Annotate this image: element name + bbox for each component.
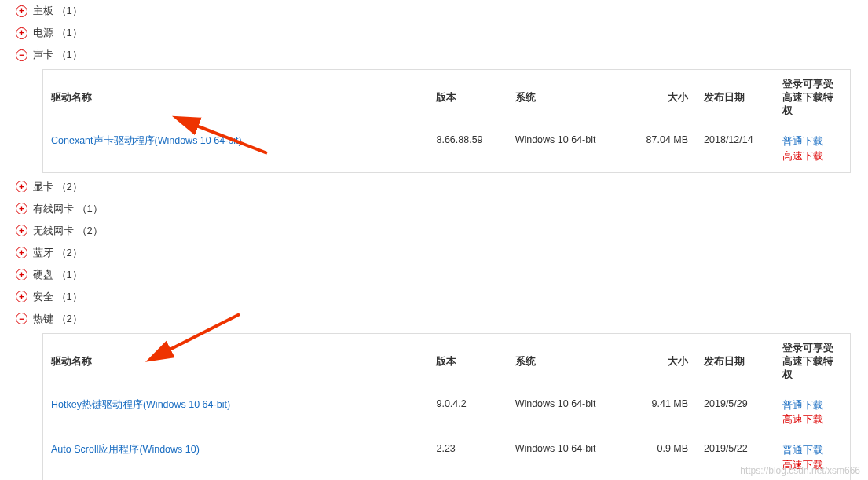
driver-size: 9.41 MB — [625, 390, 696, 435]
category-mainboard[interactable]: + 主板 （1） — [9, 0, 859, 22]
category-wifi[interactable]: + 无线网卡 （2） — [9, 220, 859, 242]
driver-version: 2.23 — [428, 435, 507, 480]
th-system: 系统 — [507, 70, 625, 126]
expand-icon[interactable]: + — [16, 27, 27, 39]
expand-icon[interactable]: + — [16, 203, 27, 214]
category-power[interactable]: + 电源 （1） — [9, 22, 859, 44]
th-size: 大小 — [625, 333, 696, 390]
driver-row: Hotkey热键驱动程序(Windows 10 64-bit) 9.0.4.2 … — [43, 390, 851, 435]
category-label: 有线网卡 （1） — [33, 202, 103, 216]
driver-table-hotkey: 驱动名称 版本 系统 大小 发布日期 登录可享受高速下载特权 Hotkey热键驱… — [42, 333, 851, 481]
th-name: 驱动名称 — [43, 70, 429, 126]
driver-name-link[interactable]: Auto Scroll应用程序(Windows 10) — [51, 444, 200, 455]
th-version: 版本 — [428, 70, 507, 126]
th-date: 发布日期 — [696, 333, 775, 390]
fast-download-link[interactable]: 高速下载 — [782, 149, 842, 164]
expand-icon[interactable]: + — [16, 269, 27, 280]
driver-row: Auto Scroll应用程序(Windows 10) 2.23 Windows… — [43, 435, 851, 480]
category-hotkey[interactable]: − 热键 （2） — [9, 308, 859, 330]
normal-download-link[interactable]: 普通下载 — [782, 398, 842, 413]
category-label: 蓝牙 （2） — [33, 246, 82, 260]
category-label: 声卡 （1） — [33, 48, 82, 62]
driver-date: 2018/12/14 — [696, 126, 775, 173]
category-label: 显卡 （2） — [33, 180, 82, 194]
th-name: 驱动名称 — [43, 333, 429, 390]
expand-icon[interactable]: + — [16, 181, 27, 192]
driver-size: 0.9 MB — [625, 435, 696, 480]
normal-download-link[interactable]: 普通下载 — [782, 443, 842, 458]
category-label: 热键 （2） — [33, 312, 82, 326]
category-label: 硬盘 （1） — [33, 268, 82, 282]
driver-name-link[interactable]: Hotkey热键驱动程序(Windows 10 64-bit) — [51, 399, 230, 410]
driver-table-sound: 驱动名称 版本 系统 大小 发布日期 登录可享受高速下载特权 Conexant声… — [42, 69, 851, 173]
th-download: 登录可享受高速下载特权 — [775, 70, 850, 126]
expand-icon[interactable]: + — [16, 225, 27, 236]
th-size: 大小 — [625, 70, 696, 126]
collapse-icon[interactable]: − — [16, 49, 27, 61]
collapse-icon[interactable]: − — [16, 313, 27, 324]
watermark-text: https://blog.csdn.net/xsm666 — [740, 465, 860, 476]
category-gpu[interactable]: + 显卡 （2） — [9, 176, 859, 198]
driver-version: 8.66.88.59 — [428, 126, 507, 173]
category-security[interactable]: + 安全 （1） — [9, 286, 859, 308]
th-version: 版本 — [428, 333, 507, 390]
driver-size: 87.04 MB — [625, 126, 696, 173]
driver-row: Conexant声卡驱动程序(Windows 10 64-bit) 8.66.8… — [43, 126, 851, 173]
driver-system: Windows 10 64-bit — [507, 435, 625, 480]
th-date: 发布日期 — [696, 70, 775, 126]
category-label: 安全 （1） — [33, 290, 82, 304]
driver-name-link[interactable]: Conexant声卡驱动程序(Windows 10 64-bit) — [51, 135, 242, 146]
fast-download-link[interactable]: 高速下载 — [782, 412, 842, 427]
category-label: 主板 （1） — [33, 4, 82, 18]
expand-icon[interactable]: + — [16, 5, 27, 17]
category-sound[interactable]: − 声卡 （1） — [9, 44, 859, 66]
category-ethernet[interactable]: + 有线网卡 （1） — [9, 198, 859, 220]
expand-icon[interactable]: + — [16, 291, 27, 302]
expand-icon[interactable]: + — [16, 247, 27, 258]
category-label: 无线网卡 （2） — [33, 224, 103, 238]
driver-system: Windows 10 64-bit — [507, 126, 625, 173]
category-label: 电源 （1） — [33, 26, 82, 40]
driver-version: 9.0.4.2 — [428, 390, 507, 435]
driver-date: 2019/5/29 — [696, 390, 775, 435]
th-system: 系统 — [507, 333, 625, 390]
category-disk[interactable]: + 硬盘 （1） — [9, 264, 859, 286]
category-bluetooth[interactable]: + 蓝牙 （2） — [9, 242, 859, 264]
driver-system: Windows 10 64-bit — [507, 390, 625, 435]
th-download: 登录可享受高速下载特权 — [775, 333, 850, 390]
normal-download-link[interactable]: 普通下载 — [782, 134, 842, 149]
